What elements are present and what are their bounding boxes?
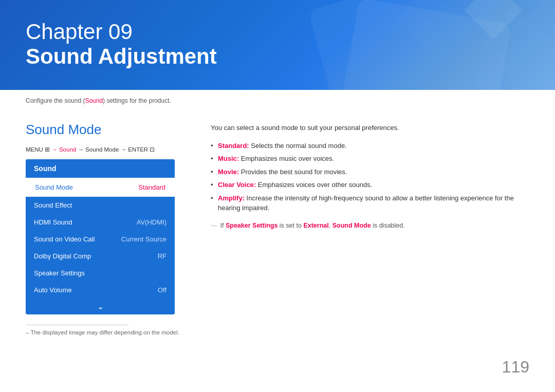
bullet-movie: Movie: Provides the best sound for movie… [211,165,529,179]
description-intro: You can select a sound mode to suit your… [211,123,529,133]
main-content: Sound Mode MENU ⊞ → Sound → Sound Mode →… [0,111,555,314]
page-number: 119 [502,358,529,377]
sound-menu-box: Sound Sound Mode Standard Sound Effect H… [26,159,175,314]
bullet-term: Standard: [218,142,249,150]
bullet-term: Music: [218,155,239,162]
chevron-down-icon: ⌄ [97,302,104,311]
chapter-subtitle: Sound Adjustment [26,44,217,68]
bullet-standard: Standard: Selects the normal sound mode. [211,139,529,153]
bullet-list: Standard: Selects the normal sound mode.… [211,139,529,215]
footer-divider [26,325,128,325]
left-panel: Sound Mode MENU ⊞ → Sound → Sound Mode →… [26,122,190,314]
menu-item-label: Sound on Video Call [34,235,95,243]
chapter-num: Chapter 09 [26,20,133,44]
menu-item-value: Off [158,286,166,294]
bullet-music: Music: Emphasizes music over voices. [211,152,529,165]
sound-menu-header: Sound [26,159,175,178]
menu-item-label: Auto Volume [34,286,72,294]
configure-text-suffix: ) settings for the product. [103,97,171,104]
note-external: External [303,222,328,229]
note-speaker-settings: Speaker Settings [226,222,278,229]
right-panel: You can select a sound mode to suit your… [211,122,529,314]
menu-item-label: Speaker Settings [34,269,85,277]
bullet-term: Clear Voice: [218,181,256,189]
menu-path-mid: → Sound Mode → ENTER ⊡ [76,146,155,153]
menu-item-value: AV(HDMI) [137,218,166,226]
menu-item-sound-mode[interactable]: Sound Mode Standard [26,178,175,197]
menu-path-sound: → Sound [51,146,76,153]
sound-mode-title: Sound Mode [26,122,190,138]
menu-item-value: Standard [138,183,165,191]
configure-line: Configure the sound (Sound) settings for… [0,90,555,111]
diamond-4 [396,0,461,51]
menu-item-label: Sound Effect [34,201,72,209]
diamond-5 [399,18,450,69]
menu-item-sound-video-call[interactable]: Sound on Video Call Current Source [26,231,175,248]
menu-footer: ⌄ [26,298,175,314]
menu-item-auto-volume[interactable]: Auto Volume Off [26,282,175,298]
header-banner: Chapter 09 Sound Adjustment [0,0,555,90]
configure-text-prefix: Configure the sound ( [26,97,85,104]
bullet-term: Movie: [218,168,239,176]
diamond-pattern [324,0,555,90]
bullet-clear-voice: Clear Voice: Emphasizes voices over othe… [211,178,529,192]
configure-sound-link: Sound [85,97,103,104]
note-dash: ― [211,222,217,229]
menu-item-label: Sound Mode [35,183,73,191]
menu-item-dolby[interactable]: Dolby Digital Comp RF [26,248,175,265]
note-sound-mode: Sound Mode [332,222,371,229]
menu-item-value: Current Source [121,235,166,243]
footer-note: – The displayed image may differ dependi… [0,329,555,335]
menu-item-sound-effect[interactable]: Sound Effect [26,197,175,214]
menu-path-prefix: MENU ⊞ [26,146,51,153]
menu-item-value: RF [158,252,166,260]
note-text: ― If Speaker Settings is set to External… [211,222,529,229]
menu-item-speaker-settings[interactable]: Speaker Settings [26,265,175,282]
menu-item-hdmi-sound[interactable]: HDMI Sound AV(HDMI) [26,214,175,231]
menu-item-label: HDMI Sound [34,218,72,226]
menu-path: MENU ⊞ → Sound → Sound Mode → ENTER ⊡ [26,146,190,153]
chapter-heading: Chapter 09 Sound Adjustment [26,20,217,69]
diamond-8 [343,30,387,73]
diamond-7 [341,0,399,34]
diamond-3 [456,35,500,79]
menu-item-label: Dolby Digital Comp [34,252,91,260]
bullet-term: Amplify: [218,194,245,202]
bullet-amplify: Amplify: Increase the intensity of high-… [211,192,529,215]
note-content: If Speaker Settings is set to External, … [220,222,405,229]
header-text: Chapter 09 Sound Adjustment [26,20,217,69]
